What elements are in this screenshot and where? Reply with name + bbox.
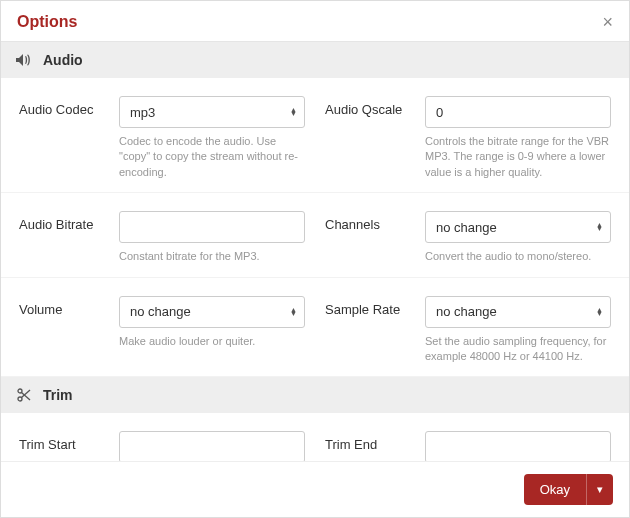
close-button[interactable]: × xyxy=(602,13,613,31)
trim-end-input[interactable] xyxy=(425,431,611,461)
label-audio-codec: Audio Codec xyxy=(19,96,109,180)
help-audio-qscale: Controls the bitrate range for the VBR M… xyxy=(425,134,611,180)
chevron-down-icon[interactable] xyxy=(586,474,613,505)
field-trim-start: Trim Start Trim start timestamp (HH:MM:S… xyxy=(19,431,305,461)
svg-point-1 xyxy=(18,397,22,401)
field-audio-qscale: Audio Qscale Controls the bitrate range … xyxy=(325,96,611,180)
label-audio-bitrate: Audio Bitrate xyxy=(19,211,109,264)
modal-title: Options xyxy=(17,13,77,31)
trim-start-input[interactable] xyxy=(119,431,305,461)
sample-rate-select[interactable]: no change xyxy=(425,296,611,328)
audio-codec-select[interactable]: mp3 xyxy=(119,96,305,128)
section-title-audio: Audio xyxy=(43,52,83,68)
form-row: Audio Bitrate Constant bitrate for the M… xyxy=(1,193,629,277)
audio-qscale-input[interactable] xyxy=(425,96,611,128)
volume-select[interactable]: no change xyxy=(119,296,305,328)
options-modal: Options × Audio Audio Codec mp3 Codec to xyxy=(0,0,630,518)
field-audio-codec: Audio Codec mp3 Codec to encode the audi… xyxy=(19,96,305,180)
field-channels: Channels no change Convert the audio to … xyxy=(325,211,611,264)
section-title-trim: Trim xyxy=(43,387,73,403)
modal-header: Options × xyxy=(1,1,629,42)
label-volume: Volume xyxy=(19,296,109,365)
label-trim-end: Trim End xyxy=(325,431,415,461)
help-audio-bitrate: Constant bitrate for the MP3. xyxy=(119,249,305,264)
okay-label: Okay xyxy=(524,474,586,505)
form-row: Volume no change Make audio louder or qu… xyxy=(1,278,629,378)
label-audio-qscale: Audio Qscale xyxy=(325,96,415,180)
form-row: Trim Start Trim start timestamp (HH:MM:S… xyxy=(1,413,629,461)
field-audio-bitrate: Audio Bitrate Constant bitrate for the M… xyxy=(19,211,305,264)
field-trim-end: Trim End Trim end timestamp (HH:MM:SS) xyxy=(325,431,611,461)
modal-footer: Okay xyxy=(1,461,629,517)
field-sample-rate: Sample Rate no change Set the audio samp… xyxy=(325,296,611,365)
channels-select[interactable]: no change xyxy=(425,211,611,243)
help-audio-codec: Codec to encode the audio. Use "copy" to… xyxy=(119,134,305,180)
form-row: Audio Codec mp3 Codec to encode the audi… xyxy=(1,78,629,193)
volume-value: no change xyxy=(130,304,191,319)
section-header-audio: Audio xyxy=(1,42,629,78)
channels-value: no change xyxy=(436,220,497,235)
modal-content: Audio Audio Codec mp3 Codec to encode th… xyxy=(1,42,629,461)
audio-bitrate-input[interactable] xyxy=(119,211,305,243)
sample-rate-value: no change xyxy=(436,304,497,319)
help-volume: Make audio louder or quiter. xyxy=(119,334,305,349)
field-volume: Volume no change Make audio louder or qu… xyxy=(19,296,305,365)
label-trim-start: Trim Start xyxy=(19,431,109,461)
close-icon: × xyxy=(602,12,613,32)
okay-button[interactable]: Okay xyxy=(524,474,613,505)
help-sample-rate: Set the audio sampling frequency, for ex… xyxy=(425,334,611,365)
label-channels: Channels xyxy=(325,211,415,264)
label-sample-rate: Sample Rate xyxy=(325,296,415,365)
svg-point-0 xyxy=(18,389,22,393)
audio-codec-value: mp3 xyxy=(130,105,155,120)
help-channels: Convert the audio to mono/stereo. xyxy=(425,249,611,264)
volume-icon xyxy=(15,53,33,67)
section-header-trim: Trim xyxy=(1,377,629,413)
scissors-icon xyxy=(15,388,33,402)
